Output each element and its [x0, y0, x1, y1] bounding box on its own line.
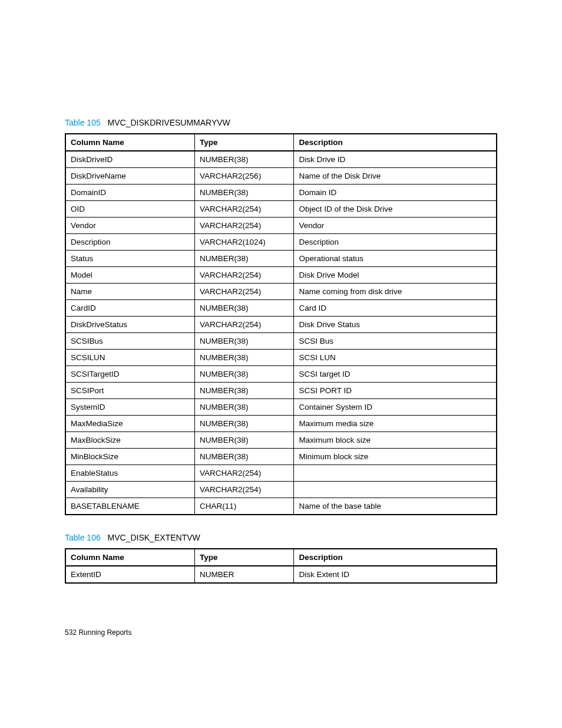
table-row: OIDVARCHAR2(254)Object ID of the Disk Dr…: [65, 201, 497, 218]
col-header: Column Name: [65, 549, 195, 566]
table-105: Column Name Type Description DiskDriveID…: [65, 133, 497, 515]
table-cell: Model: [65, 267, 195, 284]
table-row: SCSILUNNUMBER(38)SCSI LUN: [65, 350, 497, 366]
table-106-body: ExtentIDNUMBERDisk Extent ID: [65, 566, 497, 583]
table-cell: EnableStatus: [65, 465, 195, 482]
table-cell: MaxBlockSize: [65, 432, 195, 449]
table-cell: Name of the Disk Drive: [294, 168, 497, 185]
page-footer: 532 Running Reports: [65, 628, 131, 637]
table-cell: Availability: [65, 482, 195, 498]
table-cell: Status: [65, 251, 195, 267]
table-cell: SystemID: [65, 399, 195, 416]
table-cell: CardID: [65, 300, 195, 317]
table-row: DescriptionVARCHAR2(1024)Description: [65, 234, 497, 251]
table-cell: NUMBER(38): [195, 383, 294, 399]
table-cell: DomainID: [65, 185, 195, 201]
table-row: SCSITargetIDNUMBER(38)SCSI target ID: [65, 366, 497, 383]
table-row: VendorVARCHAR2(254)Vendor: [65, 218, 497, 234]
table-cell: CHAR(11): [195, 498, 294, 515]
table-cell: Operational status: [294, 251, 497, 267]
table-cell: SCSIPort: [65, 383, 195, 399]
table-cell: MaxMediaSize: [65, 416, 195, 432]
col-header: Type: [195, 549, 294, 566]
table-cell: Container System ID: [294, 399, 497, 416]
table-row: CardIDNUMBER(38)Card ID: [65, 300, 497, 317]
table-cell: ExtentID: [65, 566, 195, 583]
table-cell: Name coming from disk drive: [294, 284, 497, 300]
table-cell: Name: [65, 284, 195, 300]
table-row: BASETABLENAMECHAR(11)Name of the base ta…: [65, 498, 497, 515]
table-cell: SCSI PORT ID: [294, 383, 497, 399]
table-cell: Vendor: [294, 218, 497, 234]
table-row: MinBlockSizeNUMBER(38)Minimum block size: [65, 449, 497, 465]
table-cell: SCSITargetID: [65, 366, 195, 383]
table-106: Column Name Type Description ExtentIDNUM…: [65, 548, 497, 584]
table-row: MaxMediaSizeNUMBER(38)Maximum media size: [65, 416, 497, 432]
table-cell: VARCHAR2(1024): [195, 234, 294, 251]
table-cell: NUMBER(38): [195, 350, 294, 366]
table-cell: SCSIBus: [65, 333, 195, 350]
table-cell: VARCHAR2(254): [195, 218, 294, 234]
table-row: SystemIDNUMBER(38)Container System ID: [65, 399, 497, 416]
table-cell: Name of the base table: [294, 498, 497, 515]
table-row: ModelVARCHAR2(254)Disk Drive Model: [65, 267, 497, 284]
page-number: 532: [65, 628, 77, 637]
table-106-title: MVC_DISK_EXTENTVW: [108, 533, 200, 542]
table-cell: BASETABLENAME: [65, 498, 195, 515]
table-cell: SCSI target ID: [294, 366, 497, 383]
table-cell: Vendor: [65, 218, 195, 234]
table-row: ExtentIDNUMBERDisk Extent ID: [65, 566, 497, 583]
table-cell: DiskDriveName: [65, 168, 195, 185]
table-cell: VARCHAR2(254): [195, 317, 294, 333]
table-row: StatusNUMBER(38)Operational status: [65, 251, 497, 267]
table-cell: Domain ID: [294, 185, 497, 201]
table-header-row: Column Name Type Description: [65, 549, 497, 566]
table-cell: NUMBER(38): [195, 300, 294, 317]
table-row: DiskDriveNameVARCHAR2(256)Name of the Di…: [65, 168, 497, 185]
table-row: AvailabilityVARCHAR2(254): [65, 482, 497, 498]
table-cell: Disk Drive ID: [294, 151, 497, 168]
table-row: NameVARCHAR2(254)Name coming from disk d…: [65, 284, 497, 300]
table-cell: NUMBER(38): [195, 416, 294, 432]
section-name: Running Reports: [78, 628, 131, 637]
table-105-title: MVC_DISKDRIVESUMMARYVW: [108, 118, 230, 127]
table-row: MaxBlockSizeNUMBER(38)Maximum block size: [65, 432, 497, 449]
table-cell: NUMBER(38): [195, 251, 294, 267]
table-row: SCSIPortNUMBER(38)SCSI PORT ID: [65, 383, 497, 399]
table-cell: [294, 465, 497, 482]
table-cell: NUMBER: [195, 566, 294, 583]
table-cell: [294, 482, 497, 498]
table-cell: NUMBER(38): [195, 151, 294, 168]
table-cell: Object ID of the Disk Drive: [294, 201, 497, 218]
table-cell: DiskDriveStatus: [65, 317, 195, 333]
table-cell: VARCHAR2(254): [195, 465, 294, 482]
table-cell: SCSILUN: [65, 350, 195, 366]
table-cell: NUMBER(38): [195, 449, 294, 465]
col-header: Description: [294, 134, 497, 151]
table-cell: NUMBER(38): [195, 333, 294, 350]
table-cell: NUMBER(38): [195, 399, 294, 416]
table-cell: DiskDriveID: [65, 151, 195, 168]
table-105-caption: Table 105 MVC_DISKDRIVESUMMARYVW: [65, 118, 497, 127]
table-row: SCSIBusNUMBER(38)SCSI Bus: [65, 333, 497, 350]
table-cell: OID: [65, 201, 195, 218]
table-row: EnableStatusVARCHAR2(254): [65, 465, 497, 482]
table-cell: Disk Drive Model: [294, 267, 497, 284]
table-cell: Maximum block size: [294, 432, 497, 449]
table-row: DomainIDNUMBER(38)Domain ID: [65, 185, 497, 201]
table-cell: VARCHAR2(256): [195, 168, 294, 185]
col-header: Description: [294, 549, 497, 566]
table-106-caption: Table 106 MVC_DISK_EXTENTVW: [65, 533, 497, 542]
table-cell: Description: [294, 234, 497, 251]
col-header: Column Name: [65, 134, 195, 151]
table-header-row: Column Name Type Description: [65, 134, 497, 151]
table-row: DiskDriveIDNUMBER(38)Disk Drive ID: [65, 151, 497, 168]
table-cell: Maximum media size: [294, 416, 497, 432]
table-106-label: Table 106: [65, 533, 101, 542]
table-cell: SCSI Bus: [294, 333, 497, 350]
col-header: Type: [195, 134, 294, 151]
table-cell: MinBlockSize: [65, 449, 195, 465]
table-cell: VARCHAR2(254): [195, 284, 294, 300]
table-cell: NUMBER(38): [195, 185, 294, 201]
table-cell: Disk Drive Status: [294, 317, 497, 333]
